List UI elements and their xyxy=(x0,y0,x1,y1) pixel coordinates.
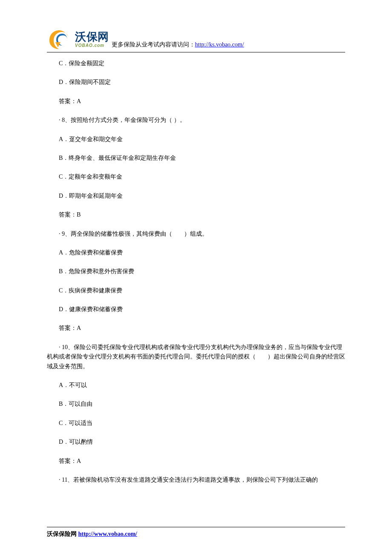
header-link[interactable]: http://ks.vobao.com/ xyxy=(195,41,244,48)
header-tagline: 更多保险从业考试内容请访问：http://ks.vobao.com/ xyxy=(112,40,244,51)
footer-text: 沃保保险网 http://www.vobao.com/ xyxy=(47,531,137,537)
q9-option-d: D．健康保费和储蓄保费 xyxy=(47,305,345,314)
footer-link[interactable]: http://www.vobao.com/ xyxy=(78,531,137,537)
q9-answer: 答案：A xyxy=(47,324,345,333)
logo-mark-icon xyxy=(47,28,72,51)
q8-option-d: D．即期年金和延期年金 xyxy=(47,191,345,201)
prev-answer: 答案：A xyxy=(47,97,345,106)
question-11: · 11、若被保险机动车没有发生道路交通安全违法行为和道路交通事故，则保险公司下… xyxy=(47,475,345,485)
q8-option-b: B．终身年金、最低保证年金和定期生存年金 xyxy=(47,153,345,163)
q10-option-b: B．可以自由 xyxy=(47,399,345,409)
q9-option-c: C．疾病保费和健康保费 xyxy=(47,286,345,295)
site-logo: 沃保网 VOBAO.com xyxy=(47,28,109,51)
q9-option-a: A．危险保费和储蓄保费 xyxy=(47,248,345,257)
document-body: C．保险金额固定 D．保险期间不固定 答案：A · 8、按照给付方式分类，年金保… xyxy=(47,59,345,485)
footer-divider xyxy=(47,527,345,527)
logo-text: 沃保网 VOBAO.com xyxy=(75,31,109,48)
question-8: · 8、按照给付方式分类，年金保险可分为（ ）。 xyxy=(47,116,345,125)
prev-option-d: D．保险期间不固定 xyxy=(47,78,345,87)
q9-option-b: B．危险保费和意外伤害保费 xyxy=(47,267,345,276)
q10-option-c: C．可以适当 xyxy=(47,419,345,428)
logo-name-cn: 沃保网 xyxy=(75,31,109,43)
header-prefix: 更多保险从业考试内容请访问： xyxy=(112,41,195,48)
q10-option-a: A．不可以 xyxy=(47,381,345,390)
logo-name-en: VOBAO.com xyxy=(75,43,109,48)
footer-label: 沃保保险网 xyxy=(47,531,78,537)
document-page: 沃保网 VOBAO.com 更多保险从业考试内容请访问：http://ks.vo… xyxy=(0,0,392,555)
q8-option-c: C．定额年金和变额年金 xyxy=(47,172,345,182)
page-header: 沃保网 VOBAO.com 更多保险从业考试内容请访问：http://ks.vo… xyxy=(47,28,345,51)
prev-option-c: C．保险金额固定 xyxy=(47,59,345,68)
q10-answer: 答案：A xyxy=(47,457,345,466)
q8-option-a: A．趸交年金和期交年金 xyxy=(47,135,345,144)
page-footer: 沃保保险网 http://www.vobao.com/ xyxy=(47,527,345,539)
question-9: · 9、两全保险的储蓄性极强，其纯保费由（ ）组成。 xyxy=(47,229,345,239)
q8-answer: 答案：B xyxy=(47,210,345,220)
q10-option-d: D．可以酌情 xyxy=(47,437,345,447)
question-10: · 10、保险公司委托保险专业代理机构或者保险专业代理分支机构代为办理保险业务的… xyxy=(47,343,345,371)
header-divider xyxy=(47,52,345,52)
